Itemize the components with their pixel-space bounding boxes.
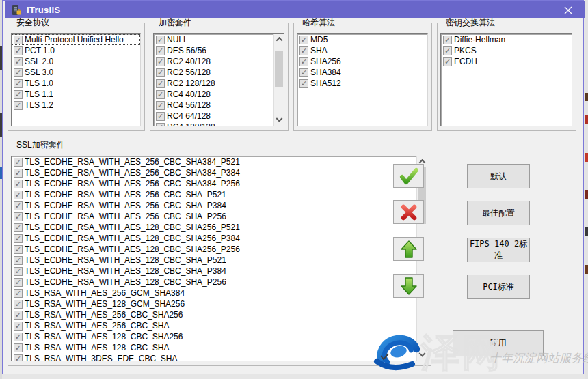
list-item[interactable]: SHA512 — [297, 78, 427, 89]
list-item[interactable]: TLS_ECDHE_RSA_WITH_AES_256_CBC_SHA_P521 — [12, 189, 427, 200]
list-item[interactable]: TLS 1.1 — [12, 89, 140, 100]
list-item[interactable]: ECDH — [441, 56, 572, 67]
checkbox-checked-icon[interactable] — [156, 123, 165, 127]
checkbox-checked-icon[interactable] — [14, 289, 23, 298]
checkbox-checked-icon[interactable] — [156, 112, 165, 121]
checkbox-checked-icon[interactable] — [14, 223, 23, 232]
titlebar[interactable]: ITrusIIS — [5, 1, 586, 18]
checkbox-checked-icon[interactable] — [156, 90, 165, 99]
list-item[interactable]: RC4 64/128 — [154, 111, 284, 122]
list-item[interactable]: TLS_ECDHE_RSA_WITH_AES_128_CBC_SHA256_P5… — [12, 222, 427, 233]
list-item[interactable]: DES 56/56 — [154, 45, 284, 56]
protocols-list[interactable]: Multi-Protocol Unified HelloPCT 1.0SSL 2… — [11, 33, 141, 126]
checkbox-checked-icon[interactable] — [14, 180, 23, 188]
checkbox-checked-icon[interactable] — [14, 333, 23, 341]
list-item[interactable]: TLS_ECDHE_RSA_WITH_AES_256_CBC_SHA384_P5… — [12, 156, 427, 167]
hashes-list[interactable]: MD5SHASHA256SHA384SHA512 — [297, 33, 428, 126]
checkbox-checked-icon[interactable] — [14, 322, 23, 331]
checkbox-checked-icon[interactable] — [14, 46, 23, 55]
list-item[interactable]: TLS_RSA_WITH_AES_256_CBC_SHA — [12, 320, 427, 331]
list-item[interactable]: SSL 2.0 — [12, 56, 140, 67]
list-item[interactable]: TLS_ECDHE_RSA_WITH_AES_128_CBC_SHA_P256 — [12, 277, 427, 287]
list-item[interactable]: TLS_RSA_WITH_AES_256_GCM_SHA384 — [12, 287, 427, 298]
list-item[interactable]: TLS_ECDHE_RSA_WITH_AES_128_CBC_SHA_P521 — [12, 255, 427, 266]
list-item[interactable]: SHA384 — [297, 67, 427, 78]
list-item[interactable]: TLS_RSA_WITH_3DES_EDE_CBC_SHA — [12, 353, 427, 361]
scroll-up-icon[interactable] — [274, 34, 284, 44]
checkbox-checked-icon[interactable] — [14, 256, 23, 265]
list-item[interactable]: RC4 40/128 — [154, 89, 284, 100]
scroll-down-icon[interactable] — [417, 350, 427, 361]
checkbox-checked-icon[interactable] — [14, 234, 23, 243]
checkbox-checked-icon[interactable] — [14, 191, 23, 199]
fips-standard-button[interactable]: FIPS 140-2标准 — [467, 238, 530, 262]
close-button[interactable] — [556, 1, 580, 18]
checkbox-checked-icon[interactable] — [14, 101, 23, 110]
list-item[interactable]: TLS_ECDHE_RSA_WITH_AES_128_CBC_SHA_P384 — [12, 266, 427, 277]
list-item[interactable]: RC2 40/128 — [154, 56, 284, 67]
list-item[interactable]: Multi-Protocol Unified Hello — [12, 34, 140, 45]
list-item[interactable]: TLS_ECDHE_RSA_WITH_AES_256_CBC_SHA_P384 — [12, 200, 427, 211]
list-item[interactable]: TLS_RSA_WITH_AES_128_GCM_SHA256 — [12, 298, 427, 309]
list-item[interactable]: TLS_RSA_WITH_AES_256_CBC_SHA256 — [12, 309, 427, 320]
checkbox-checked-icon[interactable] — [14, 169, 23, 178]
scrollbar-thumb[interactable] — [275, 51, 283, 87]
checkbox-checked-icon[interactable] — [14, 212, 23, 221]
checkbox-checked-icon[interactable] — [299, 79, 308, 88]
list-item[interactable]: Diffie-Hellman — [441, 34, 572, 45]
best-config-button[interactable]: 最佳配置 — [467, 201, 530, 225]
list-item[interactable]: RC4 56/128 — [154, 100, 284, 111]
checkbox-checked-icon[interactable] — [299, 68, 308, 77]
list-item[interactable]: PCT 1.0 — [12, 45, 140, 56]
checkbox-checked-icon[interactable] — [14, 57, 23, 66]
ciphers-list[interactable]: NULLDES 56/56RC2 40/128RC2 56/128RC2 128… — [153, 33, 284, 126]
confirm-button[interactable] — [393, 164, 424, 188]
pci-standard-button[interactable]: PCI标准 — [467, 275, 530, 299]
list-item[interactable]: TLS_ECDHE_RSA_WITH_AES_256_CBC_SHA384_P3… — [12, 167, 427, 178]
checkbox-checked-icon[interactable] — [14, 300, 23, 309]
move-down-button[interactable] — [393, 274, 424, 298]
checkbox-checked-icon[interactable] — [14, 90, 23, 99]
list-item[interactable]: NULL — [154, 34, 284, 45]
checkbox-checked-icon[interactable] — [299, 46, 308, 55]
checkbox-checked-icon[interactable] — [14, 68, 23, 77]
checkbox-checked-icon[interactable] — [156, 36, 165, 44]
list-item[interactable]: RC4 128/128 — [154, 122, 284, 126]
checkbox-checked-icon[interactable] — [14, 158, 23, 167]
checkbox-checked-icon[interactable] — [156, 57, 165, 66]
list-item[interactable]: SHA256 — [297, 56, 427, 67]
checkbox-checked-icon[interactable] — [443, 57, 452, 66]
checkbox-checked-icon[interactable] — [299, 57, 308, 66]
checkbox-checked-icon[interactable] — [156, 101, 165, 110]
checkbox-checked-icon[interactable] — [14, 36, 23, 44]
checkbox-checked-icon[interactable] — [14, 354, 23, 362]
checkbox-checked-icon[interactable] — [156, 79, 165, 88]
list-item[interactable]: PKCS — [441, 45, 572, 56]
list-item[interactable]: TLS 1.0 — [12, 78, 140, 89]
checkbox-checked-icon[interactable] — [14, 278, 23, 287]
checkbox-checked-icon[interactable] — [156, 68, 165, 77]
checkbox-checked-icon[interactable] — [443, 46, 452, 55]
checkbox-checked-icon[interactable] — [156, 46, 165, 55]
checkbox-checked-icon[interactable] — [299, 36, 308, 44]
ssl-suites-list[interactable]: TLS_ECDHE_RSA_WITH_AES_256_CBC_SHA384_P5… — [11, 156, 427, 361]
key-exchange-list[interactable]: Diffie-HellmanPKCSECDH — [440, 33, 572, 126]
remove-button[interactable] — [393, 200, 424, 224]
checkbox-checked-icon[interactable] — [14, 245, 23, 254]
list-item[interactable]: SSL 3.0 — [12, 67, 140, 78]
list-item[interactable]: TLS_RSA_WITH_AES_128_CBC_SHA — [12, 342, 427, 353]
scroll-down-icon[interactable] — [274, 115, 284, 126]
list-item[interactable]: TLS_ECDHE_RSA_WITH_AES_256_CBC_SHA384_P2… — [12, 178, 427, 189]
checkbox-checked-icon[interactable] — [14, 267, 23, 276]
apply-button[interactable]: 应用 — [453, 330, 544, 356]
default-button[interactable]: 默认 — [467, 164, 530, 188]
list-item[interactable]: TLS_ECDHE_RSA_WITH_AES_128_CBC_SHA256_P3… — [12, 233, 427, 244]
checkbox-checked-icon[interactable] — [14, 79, 23, 88]
move-up-button[interactable] — [393, 237, 424, 261]
list-item[interactable]: RC2 128/128 — [154, 78, 284, 89]
checkbox-checked-icon[interactable] — [14, 311, 23, 320]
checkbox-checked-icon[interactable] — [14, 201, 23, 210]
list-item[interactable]: TLS_RSA_WITH_AES_128_CBC_SHA256 — [12, 331, 427, 342]
list-item[interactable]: SHA — [297, 45, 427, 56]
list-item[interactable]: MD5 — [297, 34, 427, 45]
